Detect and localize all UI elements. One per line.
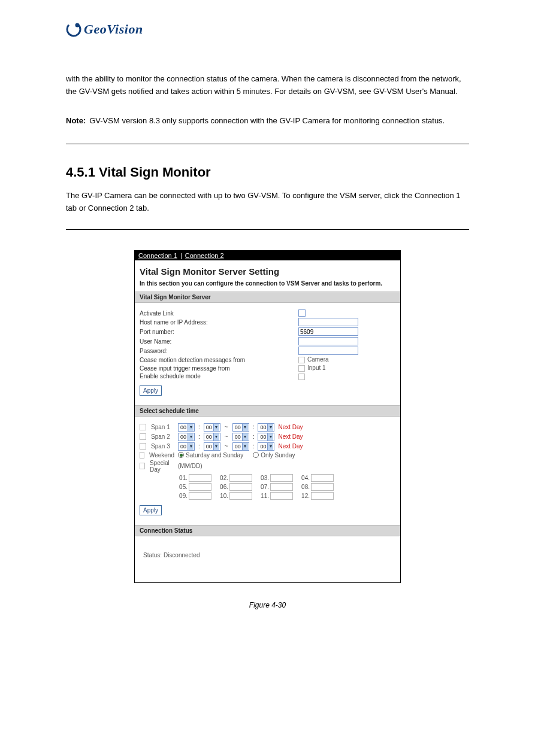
label-span3: Span 3 <box>151 443 170 450</box>
span2-start-min[interactable]: 00▾ <box>204 433 220 441</box>
tab-connection-2[interactable]: Connection 2 <box>185 252 224 259</box>
username-field[interactable] <box>298 337 358 345</box>
checkbox-enable-schedule[interactable] <box>298 374 305 380</box>
label-cease-motion: Cease motion detection messages from <box>140 357 298 363</box>
span2-end-min[interactable]: 00▾ <box>258 433 274 441</box>
chevron-down-icon: ▾ <box>188 443 194 450</box>
checkbox-weekend[interactable] <box>140 452 144 459</box>
radio-sat-sun[interactable] <box>178 452 184 458</box>
label-input1: Input 1 <box>307 365 326 371</box>
day-label: 02. <box>217 475 228 481</box>
span3-next-day: Next Day <box>278 443 303 450</box>
label-port: Port number: <box>140 329 298 335</box>
day-label: 10. <box>217 493 228 499</box>
host-field[interactable] <box>298 318 358 326</box>
day-label: 01. <box>177 475 188 481</box>
checkbox-activate-link[interactable] <box>298 309 306 317</box>
checkbox-special-day[interactable] <box>140 463 145 469</box>
special-day-05[interactable] <box>189 483 211 491</box>
day-label: 03. <box>258 475 269 481</box>
label-enable-schedule: Enable schedule mode <box>140 373 298 379</box>
password-field[interactable] <box>298 347 358 355</box>
checkbox-input1[interactable] <box>298 365 305 372</box>
day-label: 07. <box>258 484 269 490</box>
span3-start-min[interactable]: 00▾ <box>204 442 220 451</box>
special-day-01[interactable] <box>189 474 211 482</box>
special-day-11[interactable] <box>270 492 293 500</box>
label-span2: Span 2 <box>151 433 170 440</box>
label-password: Password: <box>140 348 298 354</box>
chevron-down-icon: ▾ <box>267 443 273 450</box>
label-weekend: Weekend <box>149 452 174 459</box>
label-host: Host name or IP Address: <box>140 319 298 326</box>
logo: GeoVision <box>66 22 469 37</box>
section-header-schedule: Select schedule time <box>135 405 400 417</box>
chevron-down-icon: ▾ <box>213 424 219 431</box>
day-label: 04. <box>299 475 310 481</box>
intro-paragraph: with the ability to monitor the connecti… <box>66 73 469 98</box>
svg-point-1 <box>75 23 80 28</box>
special-day-06[interactable] <box>229 483 252 491</box>
checkbox-span2[interactable] <box>140 433 146 440</box>
checkbox-span1[interactable] <box>140 424 146 430</box>
span3-end-min[interactable]: 00▾ <box>258 442 274 451</box>
span1-start-hour[interactable]: 00▾ <box>178 423 195 432</box>
apply-button[interactable]: Apply <box>140 505 162 515</box>
label-special-day: Special Day <box>150 460 174 473</box>
span1-end-hour[interactable]: 00▾ <box>232 423 249 432</box>
section-title: 4.5.1 Vital Sign Monitor <box>66 165 469 180</box>
span1-next-day: Next Day <box>278 424 303 430</box>
page-title: Vital Sign Monitor Server Setting <box>135 260 400 280</box>
radio-only-sun[interactable] <box>253 452 259 458</box>
tab-separator: | <box>179 252 183 259</box>
span1-end-min[interactable]: 00▾ <box>258 423 274 432</box>
chevron-down-icon: ▾ <box>213 443 219 450</box>
chevron-down-icon: ▾ <box>267 424 273 431</box>
span2-end-hour[interactable]: 00▾ <box>232 433 249 441</box>
special-day-03[interactable] <box>270 474 293 482</box>
special-day-08[interactable] <box>311 483 334 491</box>
special-day-07[interactable] <box>270 483 293 491</box>
status-text: Status: Disconnected <box>135 536 400 582</box>
chevron-down-icon: ▾ <box>188 424 194 431</box>
vsm-settings-screenshot: Connection 1 | Connection 2 Vital Sign M… <box>134 250 401 583</box>
svg-point-0 <box>66 22 81 37</box>
span3-end-hour[interactable]: 00▾ <box>232 442 249 451</box>
tab-connection-1[interactable]: Connection 1 <box>138 252 177 259</box>
apply-button[interactable]: Apply <box>140 385 162 396</box>
section-body: The GV-IP Camera can be connected with u… <box>66 190 469 215</box>
logo-icon <box>66 22 81 37</box>
label-camera: Camera <box>307 356 329 363</box>
chevron-down-icon: ▾ <box>242 443 248 450</box>
span1-start-min[interactable]: 00▾ <box>204 423 220 432</box>
span3-start-hour[interactable]: 00▾ <box>178 442 195 451</box>
label-cease-input: Cease input trigger message from <box>140 365 298 372</box>
note: Note: GV-VSM version 8.3 only supports c… <box>66 115 469 127</box>
span2-start-hour[interactable]: 00▾ <box>178 433 195 441</box>
chevron-down-icon: ▾ <box>267 433 273 441</box>
checkbox-span3[interactable] <box>140 443 146 450</box>
special-day-04[interactable] <box>311 474 334 482</box>
special-day-grid: 01. 02. 03. 04. 05. 06. 07. 08. 09. 10. … <box>177 473 395 500</box>
special-day-09[interactable] <box>189 492 211 500</box>
divider <box>66 229 469 230</box>
port-field[interactable] <box>298 327 358 336</box>
divider <box>66 144 469 144</box>
day-label: 05. <box>177 484 188 490</box>
chevron-down-icon: ▾ <box>188 433 194 441</box>
figure-caption: Figure 4-30 <box>66 601 469 609</box>
page-subtitle: In this section you can configure the co… <box>135 280 400 292</box>
note-label: Note: <box>66 115 86 127</box>
note-text: GV-VSM version 8.3 only supports connect… <box>89 115 445 127</box>
section-header-vsm-server: Vital Sign Monitor Server <box>135 292 400 303</box>
checkbox-camera[interactable] <box>298 357 305 363</box>
special-day-10[interactable] <box>229 492 252 500</box>
special-day-12[interactable] <box>311 492 334 500</box>
chevron-down-icon: ▾ <box>213 433 219 441</box>
label-username: User Name: <box>140 338 298 345</box>
chevron-down-icon: ▾ <box>242 433 248 441</box>
day-label: 09. <box>177 493 188 499</box>
section-header-connection-status: Connection Status <box>135 525 400 536</box>
label-activate-link: Activate Link <box>140 310 298 317</box>
special-day-02[interactable] <box>229 474 252 482</box>
